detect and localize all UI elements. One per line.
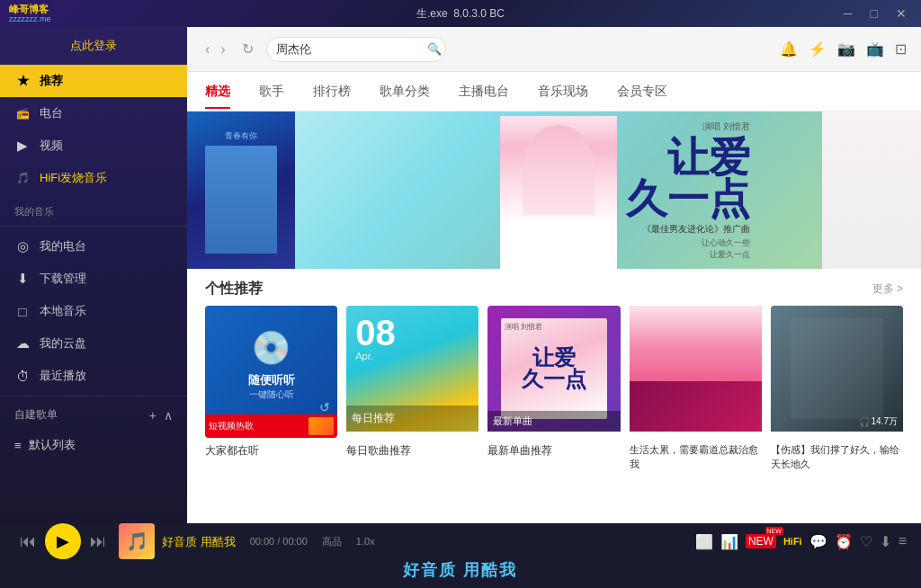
card-random[interactable]: 💿 随便听听 一键随心听 ↺ 短视频热歌 大家都在听	[205, 306, 337, 471]
card-daily[interactable]: 08 Apr. 每日推荐 每日歌曲推荐	[346, 306, 478, 471]
card-romance[interactable]: 生活太累，需要霸道总裁治愈我	[630, 306, 762, 471]
banner: 青春有你 演唱 刘惜君 让爱 久一点	[187, 111, 921, 269]
sidebar-item-video[interactable]: ▶ 视频	[0, 129, 187, 162]
play-button[interactable]: ▶	[45, 523, 81, 559]
player-right-icons: ⬜ 📊 NEW HiFi 💬 ⏰ ♡ ⬇ ≡	[695, 533, 907, 550]
main-layout: 点此登录 ★ 推荐 📻 电台 ▶ 视频 🎵 HiFi发烧音乐 我的音乐 ◎ 我的…	[0, 27, 921, 523]
card-sleep[interactable]: 🎧 14.7万 【伤感】我们撑了好久，输给天长地久	[771, 306, 903, 471]
banner-dot-2[interactable]	[551, 256, 557, 262]
sidebar-item-local[interactable]: □ 本地音乐	[0, 295, 187, 327]
camera-icon[interactable]: 📷	[837, 40, 855, 58]
collapse-playlist-button[interactable]: ∧	[164, 408, 173, 423]
tab-radio[interactable]: 主播电台	[459, 75, 509, 109]
title-bar-right: ─ □ ✕	[838, 4, 912, 22]
banner-main: 演唱 刘惜君 让爱 久一点 《最佳男友进化论》推广曲 让心动久一些 让爱久一点	[295, 111, 822, 269]
playlist-header: 自建歌单 + ∧	[0, 400, 187, 430]
download-icon: ⬇	[14, 271, 31, 287]
sidebar-item-radio[interactable]: 📻 电台	[0, 97, 187, 129]
video-icon: ▶	[14, 138, 31, 154]
more-icon[interactable]: ≡	[899, 533, 907, 549]
minimize-button[interactable]: ─	[838, 4, 858, 22]
new-badge-icon[interactable]: NEW	[746, 534, 776, 548]
back-button[interactable]: ‹	[201, 38, 213, 61]
download-player-icon[interactable]: ⬇	[880, 533, 891, 550]
logo-line2: zzzzzzz.me	[9, 14, 51, 24]
hifi-icon[interactable]: HiFi	[783, 536, 802, 547]
card-daily-badge: 每日推荐	[346, 405, 478, 432]
card-0-label: 大家都在听	[205, 443, 337, 459]
search-input-wrap: 🔍	[266, 37, 446, 62]
more-button[interactable]: 更多 >	[872, 281, 903, 297]
title-center: 生.exe 8.0.3.0 BC	[416, 6, 505, 22]
card-1-label: 每日歌曲推荐	[346, 443, 478, 459]
forward-button[interactable]: ›	[217, 38, 228, 61]
short-video-thumb	[308, 417, 334, 435]
quality-badge: 高品	[322, 535, 342, 548]
add-playlist-button[interactable]: +	[149, 408, 156, 423]
sidebar-top: 点此登录	[0, 27, 187, 65]
tab-chart[interactable]: 排行榜	[313, 75, 351, 109]
banner-dot-1[interactable]	[542, 256, 548, 262]
content-area: ‹ › ↻ 🔍 🔔 ⚡ 📷 📺 ⊡ 精选 歌手 排行榜 歌单分类 主播电台	[187, 27, 921, 523]
close-button[interactable]: ✕	[890, 4, 912, 22]
refresh-button[interactable]: ↻	[238, 37, 257, 61]
nav-arrows: ‹ ›	[201, 38, 229, 61]
short-video-badge: 短视频热歌	[205, 414, 337, 438]
waveform-icon[interactable]: 📊	[720, 533, 738, 550]
banner-title: 让爱 久一点	[626, 137, 750, 219]
sidebar-divider-1	[0, 226, 187, 227]
tab-featured[interactable]: 精选	[205, 75, 230, 109]
sidebar-item-recent[interactable]: ⏱ 最近播放	[0, 360, 187, 392]
notification-icon[interactable]: 🔔	[780, 40, 798, 58]
speed-badge[interactable]: 1.0x	[356, 536, 375, 547]
playlist-actions: + ∧	[149, 408, 173, 423]
timer-icon[interactable]: ⏰	[835, 533, 853, 550]
search-input[interactable]	[276, 42, 427, 56]
like-icon[interactable]: ♡	[860, 533, 872, 550]
recent-icon: ⏱	[14, 369, 31, 384]
next-button[interactable]: ⏭	[85, 527, 112, 557]
logo-line1: 峰哥博客	[9, 4, 51, 14]
window-icon[interactable]: ⊡	[895, 40, 907, 58]
sidebar-item-cloud[interactable]: ☁ 我的云盘	[0, 327, 187, 360]
tab-vip[interactable]: 会员专区	[617, 75, 667, 109]
maximize-button[interactable]: □	[865, 4, 883, 22]
comment-icon[interactable]: 💬	[809, 533, 827, 550]
sidebar-default-list[interactable]: ≡ 默认列表	[0, 430, 187, 460]
banner-album: 《最佳男友进化论》推广曲	[626, 223, 750, 236]
player-bar-main: ⏮ ▶ ⏭ 🎵 好音质 用酷我 00:00 / 00:00 高品 1.0x ⬜ …	[0, 523, 921, 559]
song-info: 好音质 用酷我	[162, 533, 236, 550]
cast-icon[interactable]: 📺	[866, 40, 884, 58]
album-thumb[interactable]: 🎵	[119, 523, 155, 559]
prev-button[interactable]: ⏮	[14, 527, 41, 557]
player-controls: ⏮ ▶ ⏭	[14, 523, 112, 559]
local-icon: □	[14, 304, 31, 319]
banner-sub1: 让心动久一些	[626, 237, 750, 249]
card-new-single[interactable]: 演唱 刘惜君 让爱久一点 最新单曲 最新单曲推荐	[487, 306, 620, 471]
screen-icon[interactable]: ⬜	[695, 533, 713, 550]
banner-dot-3[interactable]	[560, 256, 566, 262]
list-icon: ≡	[14, 439, 22, 452]
sidebar-item-hifi[interactable]: 🎵 HiFi发烧音乐	[0, 162, 187, 194]
song-name[interactable]: 好音质 用酷我	[162, 535, 236, 548]
section-title: 个性推荐	[205, 280, 263, 298]
banner-left-panel: 青春有你	[187, 111, 295, 269]
lightning-icon[interactable]: ⚡	[809, 40, 827, 58]
random-title: 随便听听	[248, 372, 295, 388]
search-bar-right: 🔔 ⚡ 📷 📺 ⊡	[780, 40, 907, 58]
hifi-icon: 🎵	[14, 172, 31, 184]
new-single-badge: 最新单曲	[487, 411, 620, 432]
sidebar-item-myradio[interactable]: ◎ 我的电台	[0, 230, 187, 263]
sidebar-item-recommend[interactable]: ★ 推荐	[0, 65, 187, 97]
refresh-icon: ↺	[319, 400, 330, 414]
login-button[interactable]: 点此登录	[70, 34, 117, 58]
card-2-label: 最新单曲推荐	[487, 443, 620, 459]
player-bar: ⏮ ▶ ⏭ 🎵 好音质 用酷我 00:00 / 00:00 高品 1.0x ⬜ …	[0, 523, 921, 588]
tab-playlist[interactable]: 歌单分类	[380, 75, 430, 109]
search-icon[interactable]: 🔍	[427, 42, 442, 56]
sidebar-item-download[interactable]: ⬇ 下载管理	[0, 263, 187, 295]
tab-live[interactable]: 音乐现场	[538, 75, 588, 109]
player-time: 00:00 / 00:00	[250, 536, 308, 547]
random-subtitle: 一键随心听	[248, 388, 295, 401]
tab-singer[interactable]: 歌手	[259, 75, 284, 109]
